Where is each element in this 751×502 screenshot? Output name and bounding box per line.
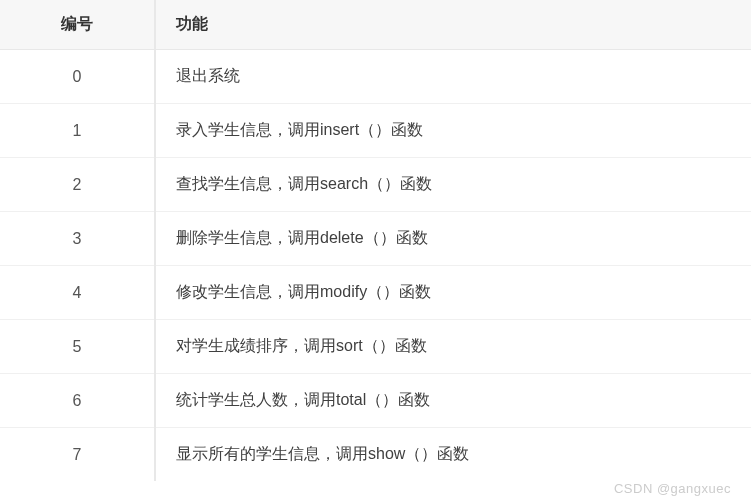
cell-id: 2 — [0, 158, 155, 212]
table-row: 7 显示所有的学生信息，调用show（）函数 — [0, 428, 751, 482]
cell-id: 6 — [0, 374, 155, 428]
cell-func: 删除学生信息，调用delete（）函数 — [155, 212, 751, 266]
cell-id: 7 — [0, 428, 155, 482]
table-header-row: 编号 功能 — [0, 0, 751, 50]
cell-id: 3 — [0, 212, 155, 266]
table-row: 5 对学生成绩排序，调用sort（）函数 — [0, 320, 751, 374]
header-func: 功能 — [155, 0, 751, 50]
cell-id: 4 — [0, 266, 155, 320]
cell-id: 5 — [0, 320, 155, 374]
cell-func: 查找学生信息，调用search（）函数 — [155, 158, 751, 212]
table-row: 2 查找学生信息，调用search（）函数 — [0, 158, 751, 212]
table-row: 4 修改学生信息，调用modify（）函数 — [0, 266, 751, 320]
cell-id: 0 — [0, 50, 155, 104]
table-row: 1 录入学生信息，调用insert（）函数 — [0, 104, 751, 158]
cell-func: 显示所有的学生信息，调用show（）函数 — [155, 428, 751, 482]
cell-func: 录入学生信息，调用insert（）函数 — [155, 104, 751, 158]
header-id: 编号 — [0, 0, 155, 50]
table-row: 3 删除学生信息，调用delete（）函数 — [0, 212, 751, 266]
cell-id: 1 — [0, 104, 155, 158]
watermark: CSDN @gangxuec — [614, 481, 731, 496]
function-table: 编号 功能 0 退出系统 1 录入学生信息，调用insert（）函数 2 查找学… — [0, 0, 751, 481]
table-row: 6 统计学生总人数，调用total（）函数 — [0, 374, 751, 428]
table-row: 0 退出系统 — [0, 50, 751, 104]
cell-func: 统计学生总人数，调用total（）函数 — [155, 374, 751, 428]
cell-func: 对学生成绩排序，调用sort（）函数 — [155, 320, 751, 374]
cell-func: 修改学生信息，调用modify（）函数 — [155, 266, 751, 320]
cell-func: 退出系统 — [155, 50, 751, 104]
